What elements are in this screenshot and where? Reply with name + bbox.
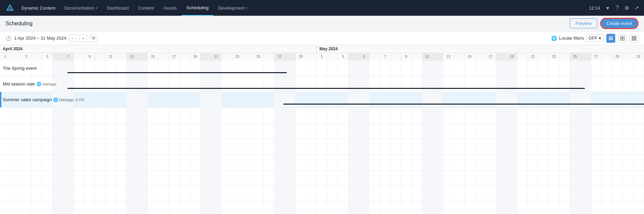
table-view-icon (620, 36, 625, 41)
day-cell: 3 (338, 53, 348, 61)
event-name: Summer sales campaign (3, 97, 53, 102)
logout-icon[interactable]: ↗ (632, 3, 641, 13)
svg-rect-20 (635, 40, 636, 41)
locale-filters-label: Locale filters (559, 36, 584, 41)
preview-button[interactable]: Preview (570, 18, 597, 28)
day-cell (348, 53, 359, 61)
event-locale-tag: 🌐 Heritage (36, 82, 58, 86)
day-cell: 15 (465, 53, 475, 61)
empty-event-row (0, 108, 644, 123)
svg-rect-8 (620, 36, 622, 38)
toolbar-left: 🕐 1 Apr 2024 – 31 May 2024 − + (5, 35, 97, 42)
view-table-button[interactable] (618, 34, 627, 43)
clock-icon: 🕐 (5, 36, 11, 41)
settings-icon[interactable]: ⚙ (622, 3, 632, 13)
day-cell: 23 (549, 53, 559, 61)
day-cell: 27 (274, 53, 285, 61)
day-cell: 21 (528, 53, 538, 61)
list-view-icon (608, 36, 613, 41)
day-cell (158, 53, 169, 61)
day-cell: 7 (380, 53, 391, 61)
day-cell: 17 (169, 53, 179, 61)
globe-icon: 🌐 (551, 36, 557, 41)
nav-item-scheduling[interactable]: Scheduling (182, 0, 213, 16)
header-actions: Preview Create event (570, 18, 639, 29)
event-row[interactable]: Mid season sale🌐 Heritage (0, 76, 644, 92)
day-cell: 25 (253, 53, 264, 61)
locale-toggle[interactable]: OFF ▾ (586, 35, 604, 42)
day-cell (602, 53, 612, 61)
day-cell (433, 53, 443, 61)
day-cell: 19 (507, 53, 517, 61)
page-title: Scheduling (5, 21, 33, 27)
nav-time-dropdown[interactable]: ▾ (603, 3, 612, 13)
event-row-grid-bg (0, 61, 644, 76)
svg-rect-17 (635, 38, 636, 39)
day-cell (243, 53, 253, 61)
day-cell: 15 (148, 53, 158, 61)
day-cell (538, 53, 549, 61)
nav-item-documentation[interactable]: Documentation ▾ (60, 0, 102, 16)
day-cell: 29 (296, 53, 306, 61)
day-cell: 17 (485, 53, 496, 61)
event-row[interactable]: Summer sales campaign🌐 Heritage, fr-FR (0, 92, 644, 108)
nav-time: 12:14 (586, 5, 603, 11)
date-range-plus-button[interactable]: + (79, 35, 87, 42)
top-nav: Dynamic Content Documentation ▾ Dashboar… (0, 0, 644, 16)
day-cell: 5 (359, 53, 370, 61)
nav-item-assets[interactable]: Assets (159, 0, 182, 16)
svg-rect-6 (609, 38, 613, 39)
day-cell (496, 53, 507, 61)
day-cell (285, 53, 296, 61)
svg-rect-19 (634, 40, 635, 41)
svg-rect-18 (632, 40, 633, 41)
day-cell: 9 (401, 53, 412, 61)
calendar-container: April 2024May 20241357911131517192123252… (0, 45, 644, 214)
may-header: May 2024 (317, 45, 644, 53)
day-cell (264, 53, 274, 61)
nav-item-dashboard[interactable]: Dashboard (102, 0, 134, 16)
help-icon[interactable]: ? (612, 3, 622, 13)
view-list-button[interactable] (606, 34, 615, 43)
day-cell: 21 (211, 53, 222, 61)
toolbar-right: 🌐 Locale filters OFF ▾ (551, 34, 639, 43)
empty-event-row (0, 202, 644, 214)
svg-rect-13 (634, 36, 635, 37)
selected-row-indicator (0, 92, 1, 107)
day-cell (623, 53, 633, 61)
day-cell (369, 53, 380, 61)
day-cell (581, 53, 591, 61)
event-locale-tag: 🌐 Heritage, fr-FR (53, 97, 86, 102)
empty-event-row (0, 123, 644, 139)
day-cell (32, 53, 42, 61)
svg-rect-15 (632, 38, 633, 39)
event-bar (67, 88, 585, 89)
sub-header: Scheduling Preview Create event (0, 16, 644, 31)
create-event-button[interactable]: Create event (600, 18, 639, 29)
empty-event-row (0, 139, 644, 155)
date-range-minus-button[interactable]: − (69, 35, 77, 42)
day-cell (412, 53, 422, 61)
day-cell (475, 53, 486, 61)
days-header-row: 1357911131517192123252729135791113151719… (0, 53, 644, 61)
day-cell (179, 53, 190, 61)
svg-rect-14 (635, 36, 636, 37)
day-cell (559, 53, 570, 61)
day-cell (53, 53, 63, 61)
event-row[interactable]: The Spring event (0, 61, 644, 76)
day-cell: 5 (42, 53, 53, 61)
nav-item-development[interactable]: Development ▾ (213, 0, 252, 16)
chevron-icon: ▾ (96, 6, 97, 10)
event-row-grid-bg (0, 92, 644, 107)
svg-rect-9 (623, 36, 624, 38)
day-cell: 11 (106, 53, 116, 61)
day-cell: 11 (422, 53, 433, 61)
event-bar (283, 104, 644, 105)
date-range-text: 1 Apr 2024 – 31 May 2024 (14, 36, 66, 41)
nav-item-content[interactable]: Content (134, 0, 159, 16)
svg-rect-16 (634, 38, 635, 39)
view-grid-button[interactable] (630, 34, 639, 43)
day-cell (11, 53, 21, 61)
filter-button[interactable] (90, 35, 97, 42)
grid-view-icon (632, 36, 636, 41)
